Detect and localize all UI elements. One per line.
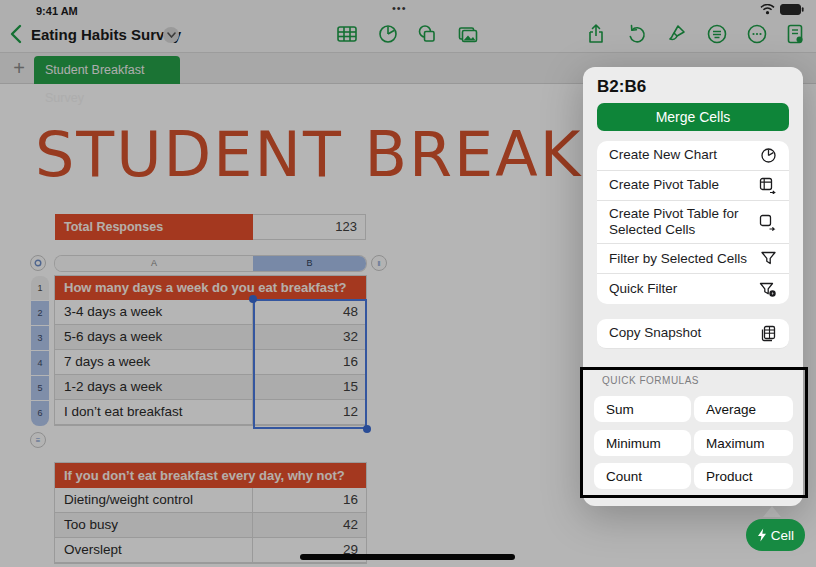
selected-range-title: B2:B6 bbox=[597, 77, 646, 97]
menu-item-create-pivot-table[interactable]: Create Pivot Table bbox=[597, 171, 789, 201]
cell-actions-menu: Create New Chart Create Pivot Table Crea… bbox=[597, 141, 789, 304]
pivot-table-icon bbox=[759, 177, 777, 194]
funnel-icon bbox=[760, 250, 777, 267]
cell-action-button[interactable]: Cell bbox=[746, 519, 805, 551]
formula-maximum-button[interactable]: Maximum bbox=[694, 430, 793, 456]
menu-item-copy-snapshot[interactable]: Copy Snapshot bbox=[597, 319, 789, 349]
chart-icon bbox=[760, 147, 777, 164]
menu-item-label: Create Pivot Table for Selected Cells bbox=[609, 201, 749, 243]
menu-item-label: Create Pivot Table bbox=[609, 172, 723, 198]
cell-button-label: Cell bbox=[771, 528, 794, 543]
copy-snapshot-icon bbox=[760, 325, 777, 342]
formula-sum-button[interactable]: Sum bbox=[594, 396, 691, 422]
menu-item-filter-by-selected[interactable]: Filter by Selected Cells bbox=[597, 244, 789, 274]
formula-count-button[interactable]: Count bbox=[594, 463, 691, 489]
merge-cells-button[interactable]: Merge Cells bbox=[597, 103, 789, 131]
cell-button-caret bbox=[763, 506, 781, 517]
formula-average-button[interactable]: Average bbox=[694, 396, 793, 422]
bolt-icon bbox=[757, 528, 767, 542]
menu-item-label: Create New Chart bbox=[609, 142, 721, 168]
pivot-selected-icon bbox=[759, 214, 777, 231]
formula-minimum-button[interactable]: Minimum bbox=[594, 430, 691, 456]
quick-filter-icon bbox=[759, 281, 777, 298]
menu-item-label: Copy Snapshot bbox=[609, 320, 705, 346]
numbers-app-screen: 9:41 AM ••• Eating Habits Survey + Stude… bbox=[0, 0, 816, 567]
quick-formulas-label: QUICK FORMULAS bbox=[602, 375, 699, 386]
formula-product-button[interactable]: Product bbox=[694, 463, 793, 489]
menu-item-create-pivot-table-selected[interactable]: Create Pivot Table for Selected Cells bbox=[597, 201, 789, 244]
menu-item-label: Quick Filter bbox=[609, 276, 681, 302]
menu-item-create-new-chart[interactable]: Create New Chart bbox=[597, 141, 789, 171]
menu-item-label: Filter by Selected Cells bbox=[609, 246, 751, 272]
menu-item-quick-filter[interactable]: Quick Filter bbox=[597, 274, 789, 304]
cell-actions-popover: B2:B6 Merge Cells Create New Chart Creat… bbox=[583, 67, 803, 506]
